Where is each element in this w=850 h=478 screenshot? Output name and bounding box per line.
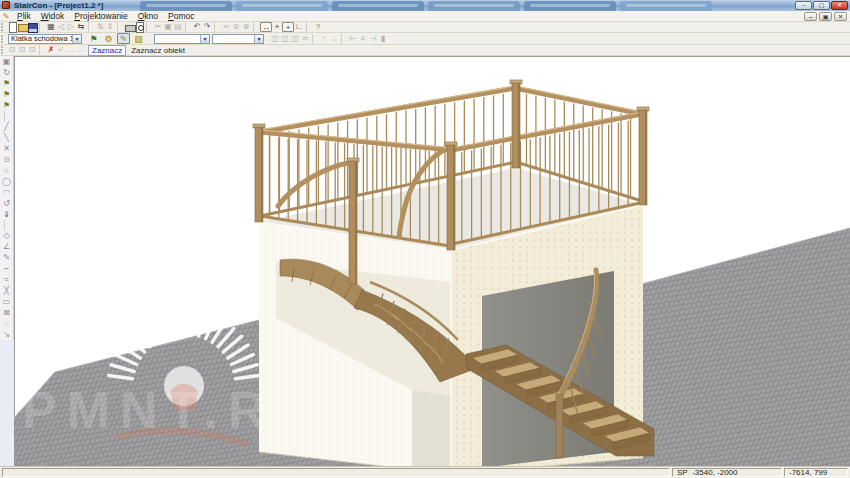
unlink-button[interactable]: ⊘ — [231, 22, 241, 32]
new-file-button[interactable] — [7, 22, 17, 32]
project-properties-button[interactable]: ▦ — [46, 22, 56, 32]
separator — [146, 22, 151, 32]
paste-button[interactable]: ▤ — [173, 22, 183, 32]
confirm-action-button[interactable]: ✓ — [56, 45, 66, 55]
snap-edge-button[interactable]: ▮ — [378, 34, 388, 44]
action-label[interactable]: Zaznacz — [88, 45, 126, 56]
draw-tool[interactable]: ✎ — [1, 252, 13, 263]
separator — [117, 22, 122, 32]
toolbar-grip[interactable] — [1, 23, 5, 31]
profile-combo[interactable]: ▾ — [154, 34, 210, 44]
view-next-button[interactable]: ▷ — [66, 22, 76, 32]
mdi-close-button[interactable]: ✕ — [834, 12, 847, 21]
zoom-in-button[interactable]: + — [272, 22, 282, 32]
3d-viewport-scene[interactable]: PMNT.RU — [14, 56, 850, 466]
menu-widok[interactable]: Widok — [36, 11, 70, 22]
zoom-window-button[interactable]: + — [282, 22, 294, 32]
order-up-button[interactable]: ⇅ — [95, 22, 105, 32]
mode-c-button[interactable]: ⊡ — [27, 45, 37, 55]
cut-button[interactable]: ✂ — [153, 22, 163, 32]
toolbar-grip[interactable] — [1, 46, 5, 54]
angle-tool[interactable]: ∠ — [1, 241, 13, 252]
mdi-restore-button[interactable]: ▣ — [819, 12, 832, 21]
mode-a-button[interactable]: ⊡ — [7, 45, 17, 55]
dashed-circle-tool[interactable]: ◌ — [1, 318, 13, 329]
close-button[interactable]: ✕ — [831, 1, 848, 10]
rotate-ccw-tool[interactable]: ↺ — [1, 198, 13, 209]
nudge-down-button[interactable]: ↓ — [329, 34, 339, 44]
plan-view-button[interactable]: ⚑ — [87, 33, 100, 44]
flag-tool-3[interactable]: ⚑ — [1, 100, 13, 111]
circle-tool[interactable]: ○ — [1, 165, 13, 176]
move-down-tool[interactable]: ⇓ — [1, 209, 13, 220]
wave-tool[interactable]: ≈ — [1, 274, 13, 285]
staircon-window: StairCon - [Project1.2 *] – ▢ ✕ ✎ PlikWi… — [0, 0, 850, 478]
circle-center-tool[interactable]: ⊙ — [1, 154, 13, 165]
stairwell-combo[interactable]: Klatka schodowa 1 ▾ — [8, 34, 82, 44]
polyline-tool[interactable]: ╲ — [1, 132, 13, 143]
print-button[interactable] — [124, 22, 134, 32]
nudge-up-button[interactable]: ↑ — [319, 34, 329, 44]
edit-3d-button[interactable]: ✎ — [117, 33, 130, 44]
circle-large-tool[interactable]: ◯ — [1, 176, 13, 187]
print-preview-button[interactable] — [134, 22, 144, 32]
redo-button[interactable]: ↷ — [202, 22, 212, 32]
step-back-button[interactable]: ← — [76, 45, 86, 55]
arc-tool[interactable]: ◠ — [1, 187, 13, 198]
copy-button[interactable]: ▣ — [163, 22, 173, 32]
title-bar[interactable]: StairCon - [Project1.2 *] – ▢ ✕ — [0, 0, 850, 11]
arrow-se-tool[interactable]: ↘ — [1, 329, 13, 340]
line-tool[interactable]: ╱ — [1, 121, 13, 132]
align-left-button[interactable]: ◫ — [270, 34, 280, 44]
construction-button[interactable]: ⚙ — [102, 33, 115, 44]
help-key-button[interactable]: ? — [313, 22, 323, 32]
flag-tool-1[interactable]: ⚑ — [1, 78, 13, 89]
mdi-minimize-button[interactable]: – — [804, 12, 817, 21]
menu-projektowanie[interactable]: Projektowanie — [69, 11, 132, 22]
menu-plik[interactable]: Plik — [12, 11, 36, 22]
toolbar-grip[interactable] — [1, 35, 5, 43]
align-equal-button[interactable]: ≂ — [300, 34, 310, 44]
open-file-button[interactable] — [17, 22, 27, 32]
menu-okno[interactable]: Okno — [133, 11, 163, 22]
cross-tool[interactable]: ✕ — [1, 143, 13, 154]
diamond-tool[interactable]: ◇ — [1, 230, 13, 241]
material-combo[interactable]: ▾ — [212, 34, 264, 44]
minimize-button[interactable]: – — [795, 1, 812, 10]
attach-button[interactable]: ⊕ — [241, 22, 251, 32]
align-middle-button[interactable]: ◫ — [280, 34, 290, 44]
box-x-tool[interactable]: ⊠ — [1, 307, 13, 318]
more-options-button[interactable]: … — [66, 45, 76, 55]
zoom-extents-button[interactable]: ↔ — [260, 22, 272, 32]
undo-button[interactable]: ↶ — [192, 22, 202, 32]
separator — [214, 22, 219, 32]
chevron-down-icon[interactable]: ▾ — [254, 35, 263, 43]
link-button[interactable]: ∞ — [221, 22, 231, 32]
parameters-button[interactable]: ▨ — [132, 33, 145, 44]
mode-b-button[interactable]: ⊡ — [17, 45, 27, 55]
order-down-button[interactable]: ⇕ — [105, 22, 115, 32]
cross2-tool[interactable]: ╳ — [1, 285, 13, 296]
view-prev-button[interactable]: ◁ — [56, 22, 66, 32]
snap-left-button[interactable]: ⊢ — [348, 34, 358, 44]
rect-tool[interactable]: ▭ — [1, 296, 13, 307]
maximize-button[interactable]: ▢ — [813, 1, 830, 10]
flag-tool-2[interactable]: ⚑ — [1, 89, 13, 100]
select-tool[interactable]: ▣ — [1, 56, 13, 67]
ref-coords: -7614, 799 — [789, 468, 827, 477]
menu-pomoc[interactable]: Pomoc — [163, 11, 199, 22]
measure-corner-button[interactable]: ∟ — [294, 22, 304, 32]
status-mode: SP — [677, 468, 688, 477]
snap-center-button[interactable]: ≡ — [358, 34, 368, 44]
background-tab — [140, 1, 232, 11]
chevron-down-icon[interactable]: ▾ — [72, 35, 81, 43]
chevron-down-icon[interactable]: ▾ — [200, 35, 209, 43]
viewport-3d[interactable]: PMNT.RU — [14, 56, 850, 466]
cancel-action-button[interactable]: ✗ — [46, 45, 56, 55]
align-right-button[interactable]: ◫ — [290, 34, 300, 44]
snap-right-button[interactable]: ⊣ — [368, 34, 378, 44]
save-file-button[interactable] — [27, 22, 37, 32]
corner-tool[interactable]: ⌐ — [1, 263, 13, 274]
rotate-view-tool[interactable]: ↻ — [1, 67, 13, 78]
match-views-button[interactable]: ⇆ — [76, 22, 86, 32]
